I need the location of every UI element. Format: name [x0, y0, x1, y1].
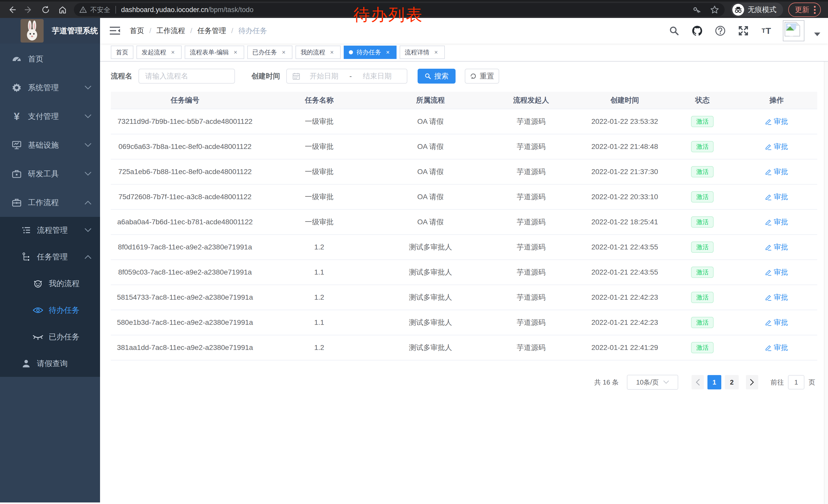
browser-reload-button[interactable] — [39, 3, 52, 16]
next-page-button[interactable] — [746, 375, 758, 390]
approve-link[interactable]: 审批 — [765, 292, 788, 302]
cell-created: 2022-01-21 22:42:23 — [580, 285, 669, 310]
page-button-1[interactable]: 1 — [707, 375, 721, 390]
close-icon[interactable]: × — [328, 49, 335, 56]
sidebar-item-devtools[interactable]: 研发工具 — [0, 159, 100, 188]
sidebar-logo[interactable]: 芋道管理系统 — [0, 18, 100, 44]
tab-my-process[interactable]: 我的流程× — [295, 46, 341, 59]
bookmark-star-icon[interactable] — [710, 5, 719, 14]
edit-pencil-icon — [765, 169, 772, 175]
search-button[interactable]: 搜索 — [418, 69, 456, 84]
sidebar-item-pay[interactable]: ¥ 支付管理 — [0, 102, 100, 131]
tab-home[interactable]: 首页 — [111, 46, 133, 59]
edit-pencil-icon — [765, 193, 772, 200]
chevron-down-icon — [663, 380, 669, 384]
prev-page-button[interactable] — [692, 375, 704, 390]
github-icon[interactable] — [691, 24, 704, 37]
goto-page-input[interactable] — [788, 375, 804, 390]
cell-process: 测试多审批人 — [379, 235, 482, 260]
sidebar-item-done-tasks[interactable]: 已办任务 — [0, 324, 100, 350]
cell-starter: 芋道源码 — [482, 310, 581, 335]
sidebar-item-my-process[interactable]: 我的流程 — [0, 270, 100, 297]
chevron-down-icon — [85, 172, 91, 176]
tab-label: 待办任务 — [357, 48, 381, 56]
approve-link[interactable]: 审批 — [765, 192, 788, 202]
approve-link[interactable]: 审批 — [765, 142, 788, 151]
sidebar-item-infra[interactable]: 基础设施 — [0, 131, 100, 159]
tab-process-detail[interactable]: 流程详情× — [400, 46, 445, 59]
edit-pencil-icon — [765, 219, 772, 225]
table-row: a6aba0a4-7b6d-11ec-b781-acde48001122 一级审… — [111, 209, 817, 234]
tags-view-bar: 首页 发起流程× 流程表单-编辑× 已办任务× 我的流程× 待办任务× 流程详情… — [100, 44, 828, 61]
close-icon[interactable]: × — [169, 49, 176, 56]
breadcrumb-item-workflow[interactable]: 工作流程 — [157, 26, 185, 36]
chevron-right-icon — [750, 379, 754, 385]
reset-button[interactable]: 重置 — [465, 69, 499, 84]
status-badge: 激活 — [691, 191, 714, 202]
column-header-task-id: 任务编号 — [111, 92, 259, 109]
tab-done-tasks[interactable]: 已办任务× — [247, 46, 292, 59]
breadcrumb-item-task-mgmt[interactable]: 任务管理 — [198, 26, 226, 36]
browser-forward-button[interactable] — [22, 3, 35, 16]
cell-task-name: 1.2 — [259, 285, 379, 310]
date-range-picker[interactable]: 开始日期 - 结束日期 — [286, 69, 407, 84]
workflow-submenu: 流程管理 任务管理 我的流程 待办任务 已办 — [0, 217, 100, 377]
table-row: 069c6a63-7b8a-11ec-8ef0-acde48001122 一级审… — [111, 134, 817, 159]
cell-task-name: 1.1 — [259, 310, 379, 335]
tab-start-process[interactable]: 发起流程× — [136, 46, 181, 59]
approve-link[interactable]: 审批 — [765, 217, 788, 227]
approve-link[interactable]: 审批 — [765, 117, 788, 126]
page-size-select[interactable]: 10条/页 — [627, 375, 678, 390]
font-size-icon[interactable]: TT — [760, 24, 773, 37]
approve-link[interactable]: 审批 — [765, 343, 788, 353]
approve-link-label: 审批 — [774, 242, 788, 252]
pagination: 共 16 条 10条/页 1 2 前往 页 — [111, 375, 817, 390]
cell-task-id: 73211d9d-7b9b-11ec-b5b7-acde48001122 — [111, 109, 259, 134]
page-button-2[interactable]: 2 — [725, 375, 739, 390]
saved-password-key-icon[interactable] — [693, 6, 701, 14]
edit-pencil-icon — [765, 143, 772, 150]
edit-pencil-icon — [765, 319, 772, 326]
cell-created: 2022-01-22 18:25:41 — [580, 210, 669, 234]
app-title: 芋道管理系统 — [52, 26, 98, 36]
table-row: 58154733-7ac8-11ec-a9e2-a2380e71991a 1.2… — [111, 284, 817, 310]
tab-todo-tasks[interactable]: 待办任务× — [344, 46, 397, 59]
sidebar-item-home[interactable]: 首页 — [0, 45, 100, 73]
scrollbar[interactable] — [824, 18, 828, 504]
cell-starter: 芋道源码 — [482, 285, 581, 310]
fullscreen-icon[interactable] — [737, 24, 750, 37]
breadcrumb-item-home[interactable]: 首页 — [130, 26, 144, 36]
approve-link[interactable]: 审批 — [765, 318, 788, 327]
header-search-icon[interactable] — [667, 24, 681, 37]
close-icon[interactable]: × — [280, 49, 287, 56]
sidebar-item-leave-query[interactable]: 请假查询 — [0, 350, 100, 377]
address-bar[interactable]: 不安全 dashboard.yudao.iocoder.cn/bpm/task/… — [74, 3, 724, 16]
cell-created: 2022-01-22 20:33:10 — [580, 185, 669, 209]
sidebar-item-todo-tasks[interactable]: 待办任务 — [0, 297, 100, 324]
sidebar-item-label: 任务管理 — [37, 252, 85, 262]
cell-starter: 芋道源码 — [482, 335, 581, 360]
sidebar-item-task-mgmt[interactable]: 任务管理 — [0, 243, 100, 270]
tab-form-edit[interactable]: 流程表单-编辑× — [185, 46, 244, 59]
active-tab-dot — [349, 50, 353, 54]
approve-link[interactable]: 审批 — [765, 167, 788, 177]
avatar[interactable] — [783, 20, 804, 41]
cell-task-id: 8f059c03-7ac8-11ec-a9e2-a2380e71991a — [111, 260, 259, 284]
approve-link[interactable]: 审批 — [765, 242, 788, 252]
sidebar-item-system[interactable]: 系统管理 — [0, 73, 100, 102]
help-icon[interactable] — [714, 24, 727, 37]
process-name-input[interactable] — [138, 69, 235, 84]
approve-link[interactable]: 审批 — [765, 267, 788, 277]
browser-home-button[interactable] — [56, 3, 69, 16]
sidebar-item-process-mgmt[interactable]: 流程管理 — [0, 217, 100, 243]
close-icon[interactable]: × — [232, 49, 239, 56]
close-icon[interactable]: × — [432, 49, 440, 56]
avatar-caret-icon[interactable] — [814, 33, 820, 36]
browser-update-menu[interactable]: 更新 — [788, 3, 821, 17]
sidebar-toggle-icon[interactable] — [107, 22, 123, 39]
search-icon — [424, 73, 431, 80]
browser-menu-icon[interactable] — [814, 6, 816, 14]
browser-back-button[interactable] — [5, 3, 18, 16]
sidebar-item-workflow[interactable]: 工作流程 — [0, 188, 100, 217]
close-icon[interactable]: × — [384, 49, 391, 56]
